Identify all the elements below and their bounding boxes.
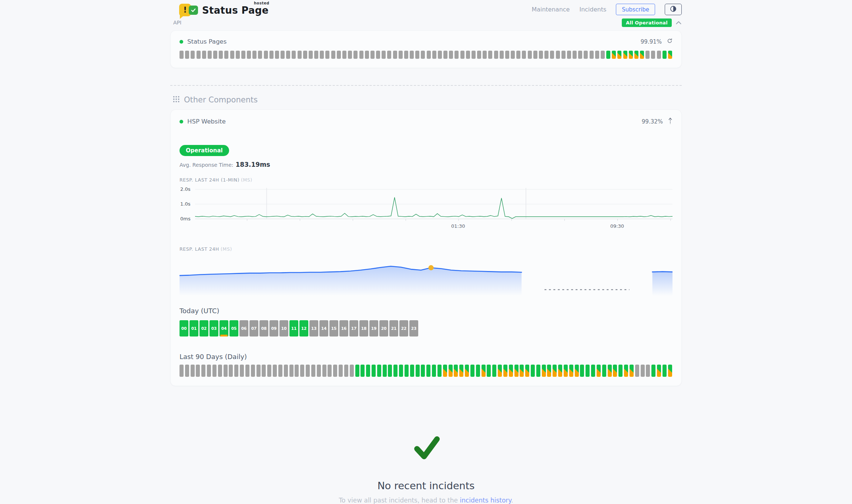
uptime-bar-green[interactable] xyxy=(651,365,655,377)
uptime-bar-gray[interactable] xyxy=(218,365,222,377)
uptime-bar-gray[interactable] xyxy=(651,51,655,59)
uptime-bar-gray[interactable] xyxy=(219,51,223,59)
nav-incidents[interactable]: Incidents xyxy=(579,6,606,13)
uptime-bar-green[interactable] xyxy=(586,365,590,377)
uptime-bar-split[interactable] xyxy=(514,365,519,377)
uptime-bar-gray[interactable] xyxy=(278,365,282,377)
uptime-bar-gray[interactable] xyxy=(578,51,582,59)
uptime-bar-gray[interactable] xyxy=(350,365,354,377)
uptime-bar-green[interactable] xyxy=(618,365,623,377)
brand-logo[interactable]: ! hosted Status Page xyxy=(179,3,269,18)
uptime-bar-gray[interactable] xyxy=(432,51,436,59)
uptime-bar-green[interactable] xyxy=(487,365,491,377)
uptime-bar-gray[interactable] xyxy=(522,51,526,59)
uptime-bar-gray[interactable] xyxy=(376,51,380,59)
uptime-bar-gray[interactable] xyxy=(438,51,442,59)
uptime-bar-gray[interactable] xyxy=(317,365,321,377)
uptime-bar-split[interactable] xyxy=(575,365,579,377)
uptime-bar-split[interactable] xyxy=(542,365,546,377)
uptime-bar-split[interactable] xyxy=(503,365,507,377)
uptime-bar-gray[interactable] xyxy=(415,51,419,59)
line-chart-canvas[interactable] xyxy=(195,186,672,222)
hour-block-10[interactable]: 10 xyxy=(279,320,288,336)
response-area-chart-24h[interactable] xyxy=(180,257,672,296)
uptime-bar-gray[interactable] xyxy=(320,51,324,59)
hour-block-06[interactable]: 06 xyxy=(239,320,248,336)
uptime-bar-gray[interactable] xyxy=(595,51,599,59)
uptime-bar-split[interactable] xyxy=(553,365,557,377)
uptime-bar-split[interactable] xyxy=(449,365,453,377)
chevron-up-icon[interactable] xyxy=(675,19,682,26)
uptime-bar-gray[interactable] xyxy=(264,51,268,59)
uptime-bar-green[interactable] xyxy=(531,365,535,377)
uptime-bar-gray[interactable] xyxy=(410,51,414,59)
uptime-bar-gray[interactable] xyxy=(234,365,238,377)
uptime-bar-green[interactable] xyxy=(388,365,392,377)
uptime-bar-split[interactable] xyxy=(623,51,627,59)
uptime-bar-gray[interactable] xyxy=(500,51,504,59)
arrow-up-dashed-icon[interactable] xyxy=(668,117,672,126)
uptime-bar-gray[interactable] xyxy=(454,51,459,59)
uptime-bar-split[interactable] xyxy=(482,365,486,377)
uptime-bar-gray[interactable] xyxy=(224,365,228,377)
hour-block-12[interactable]: 12 xyxy=(299,320,308,336)
uptime-bar-gray[interactable] xyxy=(208,51,212,59)
uptime-bar-split[interactable] xyxy=(509,365,513,377)
uptime-bar-gray[interactable] xyxy=(646,365,650,377)
hour-block-11[interactable]: 11 xyxy=(289,320,298,336)
uptime-bar-green[interactable] xyxy=(476,365,480,377)
uptime-bar-gray[interactable] xyxy=(241,51,245,59)
uptime-bar-gray[interactable] xyxy=(505,51,509,59)
uptime-bar-split[interactable] xyxy=(657,365,661,377)
hour-block-19[interactable]: 19 xyxy=(369,320,378,336)
uptime-bar-gray[interactable] xyxy=(269,51,274,59)
uptime-bar-split[interactable] xyxy=(612,51,616,59)
uptime-bar-gray[interactable] xyxy=(393,51,397,59)
uptime-bar-green[interactable] xyxy=(399,365,403,377)
uptime-bar-gray[interactable] xyxy=(229,365,233,377)
uptime-bar-gray[interactable] xyxy=(601,51,605,59)
uptime-bar-gray[interactable] xyxy=(657,51,661,59)
uptime-bar-gray[interactable] xyxy=(641,365,645,377)
hour-block-16[interactable]: 16 xyxy=(339,320,348,336)
uptime-bar-gray[interactable] xyxy=(197,51,201,59)
hour-block-18[interactable]: 18 xyxy=(359,320,368,336)
uptime-bar-split[interactable] xyxy=(617,51,621,59)
uptime-bar-gray[interactable] xyxy=(236,51,240,59)
uptime-bar-gray[interactable] xyxy=(528,51,532,59)
uptime-bar-gray[interactable] xyxy=(337,51,341,59)
uptime-bar-gray[interactable] xyxy=(533,51,537,59)
uptime-bar-green[interactable] xyxy=(470,365,474,377)
uptime-bar-gray[interactable] xyxy=(387,51,391,59)
hour-block-01[interactable]: 01 xyxy=(189,320,198,336)
uptime-bar-split[interactable] xyxy=(608,365,612,377)
uptime-bar-gray[interactable] xyxy=(292,51,296,59)
uptime-bar-split[interactable] xyxy=(459,365,463,377)
uptime-bar-gray[interactable] xyxy=(348,51,352,59)
uptime-bar-gray[interactable] xyxy=(567,51,571,59)
uptime-bar-gray[interactable] xyxy=(314,51,318,59)
uptime-bar-gray[interactable] xyxy=(309,51,313,59)
uptime-bar-green[interactable] xyxy=(536,365,540,377)
uptime-bar-gray[interactable] xyxy=(399,51,403,59)
hour-block-22[interactable]: 22 xyxy=(399,320,408,336)
uptime-bar-gray[interactable] xyxy=(185,365,189,377)
uptime-bar-split[interactable] xyxy=(454,365,458,377)
uptime-bar-gray[interactable] xyxy=(286,51,290,59)
uptime-bar-green[interactable] xyxy=(421,365,425,377)
uptime-bar-split[interactable] xyxy=(634,51,638,59)
hour-block-03[interactable]: 03 xyxy=(209,320,218,336)
uptime-bar-gray[interactable] xyxy=(202,51,206,59)
uptime-bar-gray[interactable] xyxy=(449,51,453,59)
uptime-bar-split[interactable] xyxy=(443,365,447,377)
uptime-bar-green[interactable] xyxy=(606,51,610,59)
uptime-bar-gray[interactable] xyxy=(191,51,195,59)
hour-block-05[interactable]: 05 xyxy=(229,320,238,336)
uptime-bar-gray[interactable] xyxy=(275,51,279,59)
uptime-bar-green[interactable] xyxy=(355,365,359,377)
uptime-bar-gray[interactable] xyxy=(306,365,310,377)
hour-block-02[interactable]: 02 xyxy=(199,320,208,336)
uptime-bar-gray[interactable] xyxy=(556,51,560,59)
uptime-bar-gray[interactable] xyxy=(267,365,271,377)
refresh-icon[interactable] xyxy=(667,38,672,45)
